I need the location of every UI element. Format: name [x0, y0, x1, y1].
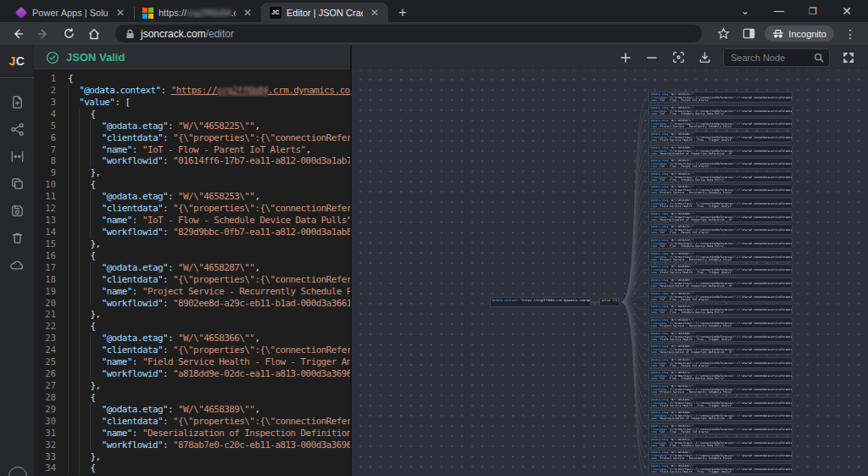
code-line: 19"name": "Project Service - Recurrently… — [34, 286, 350, 298]
graph-node[interactable]: @odata.etag "W/\"4658225\""clientdata "{… — [648, 291, 793, 302]
account-icon[interactable] — [8, 467, 27, 476]
line-number: 3 — [34, 97, 68, 109]
graph-node[interactable]: @odata.etag "W/\"4658287\""clientdata "{… — [648, 118, 793, 129]
code-line: 8"workflowid": "01614ff6-17b7-ea11-a812-… — [34, 155, 350, 167]
tab-powerapps[interactable]: Power Apps | Solutions - AretiSol ✕ — [7, 3, 134, 22]
new-tab-button[interactable]: + — [392, 3, 414, 22]
code-line: 30"clientdata": "{\"properties\":{\"conn… — [34, 416, 350, 428]
graph-node[interactable]: @odata.etag "W/\"4658253\""clientdata "{… — [648, 238, 793, 249]
trash-icon[interactable] — [0, 224, 34, 251]
zoom-in-icon[interactable] — [618, 50, 633, 65]
graph-node[interactable]: @odata.etag "W/\"4658389\""clientdata "{… — [648, 344, 793, 355]
graph-node[interactable]: @odata.etag "W/\"4658225\""clientdata "{… — [648, 158, 793, 169]
browser-toolbar: jsoncrack.com /editor Incognito ⋮ — [0, 22, 868, 45]
graph-node[interactable]: @odata.etag "W/\"4658287\""clientdata "{… — [648, 251, 793, 262]
forward-icon[interactable] — [34, 25, 53, 43]
code-line: 25"name": "Field Service Health - Flow -… — [34, 356, 350, 368]
side-panel-icon[interactable] — [739, 25, 758, 43]
jsoncrack-logo[interactable]: JC — [0, 45, 34, 78]
download-image-icon[interactable] — [697, 50, 712, 65]
line-number: 27 — [34, 380, 68, 392]
reload-icon[interactable] — [59, 25, 78, 43]
copy-icon[interactable] — [0, 170, 34, 197]
code-line: 27}, — [34, 380, 350, 392]
tab-close-icon[interactable]: ✕ — [368, 7, 381, 19]
graph-canvas[interactable]: @odata.context: "https://org2ff6b84.crm.… — [352, 70, 868, 476]
search-icon — [814, 53, 824, 63]
restore-button[interactable]: ❐ — [802, 6, 824, 17]
json-valid-label: JSON Valid — [66, 51, 125, 64]
code-line: 31"name": "Deserialization of Inspection… — [34, 428, 350, 440]
graph-node[interactable]: @odata.etag "W/\"4658287\""clientdata "{… — [648, 450, 793, 461]
graph-node[interactable]: @odata.etag "W/\"4658253\""clientdata "{… — [648, 171, 793, 182]
array-node[interactable]: value (39) — [599, 298, 620, 306]
microsoft-icon — [142, 8, 153, 19]
center-view-icon[interactable] — [670, 50, 686, 65]
graph-node[interactable]: @odata.etag "W/\"4658225\""clientdata "{… — [648, 423, 793, 434]
graph-node[interactable]: @odata.etag "W/\"4658366\""clientdata "{… — [648, 331, 793, 342]
tab-jsoncrack[interactable]: JC Editor | JSON Crack ✕ — [261, 3, 388, 22]
graph-node[interactable]: @odata.etag "W/\"4658287\""clientdata "{… — [648, 384, 793, 395]
graph-node[interactable]: @odata.etag "W/\"4658389\""clientdata "{… — [648, 277, 793, 288]
home-icon[interactable] — [85, 25, 103, 43]
tab-search-chevron-icon[interactable]: ⌄ — [734, 5, 756, 17]
graph-node[interactable]: @odata.etag "W/\"4658366\""clientdata "{… — [648, 463, 793, 474]
code-line: 14"workflowid": "829d9bbc-0fb7-ea11-a812… — [34, 227, 350, 238]
tab-title: https://org2ff6b84.crm.dynamic — [159, 8, 236, 18]
minimize-button[interactable]: — — [768, 5, 790, 17]
zoom-out-icon[interactable] — [644, 50, 659, 65]
graph-node[interactable]: @odata.etag "W/\"4658253\""clientdata "{… — [648, 437, 793, 448]
tab-close-icon[interactable]: ✕ — [241, 7, 254, 19]
search-node-input[interactable] — [729, 52, 810, 64]
tab-dynamics[interactable]: https://org2ff6b84.crm.dynamic ✕ — [134, 3, 261, 22]
back-icon[interactable] — [8, 25, 27, 43]
graph-node[interactable]: @odata.etag "W/\"4658225\""clientdata "{… — [648, 92, 793, 103]
cloud-icon[interactable] — [0, 251, 34, 278]
check-circle-icon — [46, 51, 59, 64]
graph-node[interactable]: @odata.etag "W/\"4658287\""clientdata "{… — [648, 317, 793, 328]
graph-node[interactable]: @odata.etag "W/\"4658253\""clientdata "{… — [648, 105, 793, 116]
graph-node[interactable]: @odata.etag "W/\"4658253\""clientdata "{… — [648, 370, 793, 381]
json-editor-pane[interactable]: 1{2"@odata.context": "https://org2ff6b84… — [34, 70, 350, 476]
jsoncrack-app: JC JSON Valid — [0, 45, 868, 476]
graph-node[interactable]: @odata.etag "W/\"4658225\""clientdata "{… — [648, 224, 793, 235]
address-bar[interactable]: jsoncrack.com /editor — [115, 25, 702, 42]
close-window-button[interactable]: ✕ — [836, 4, 858, 18]
code-line: 34{ — [34, 462, 350, 474]
bookmark-star-icon[interactable] — [714, 25, 732, 43]
code-line: 4{ — [34, 109, 350, 120]
line-number: 20 — [34, 298, 68, 310]
line-number: 30 — [34, 416, 68, 428]
code-line: 17"@odata.etag": "W/\"4658287\"", — [34, 262, 350, 274]
collapse-width-icon[interactable] — [0, 143, 34, 170]
graph-view-icon[interactable] — [0, 115, 34, 143]
tab-close-icon[interactable]: ✕ — [114, 7, 127, 19]
code-line: 22{ — [34, 321, 350, 333]
save-icon[interactable] — [0, 197, 34, 224]
line-number: 11 — [34, 191, 68, 203]
code-line: 9}, — [34, 167, 350, 179]
graph-node[interactable]: @odata.etag "W/\"4658366\""clientdata "{… — [648, 397, 793, 408]
code-line: 29"@odata.etag": "W/\"4658389\"", — [34, 404, 350, 416]
code-line: 2"@odata.context": "https://org2ff6b84.c… — [34, 85, 350, 97]
graph-node[interactable]: @odata.etag "W/\"4658366\""clientdata "{… — [648, 132, 793, 143]
graph-node[interactable]: @odata.etag "W/\"4658366\""clientdata "{… — [648, 264, 793, 275]
graph-node[interactable]: @odata.etag "W/\"4658287\""clientdata "{… — [648, 184, 793, 195]
graph-node[interactable]: @odata.etag "W/\"4658389\""clientdata "{… — [648, 145, 793, 156]
code-line: 28{ — [34, 392, 350, 404]
code-line: 12"clientdata": "{\"properties\":{\"conn… — [34, 203, 350, 215]
lock-icon — [125, 29, 135, 39]
menu-dots-icon[interactable]: ⋮ — [841, 25, 860, 43]
graph-node[interactable]: @odata.etag "W/\"4658253\""clientdata "{… — [648, 304, 793, 315]
line-number: 14 — [34, 227, 68, 238]
root-node[interactable]: @odata.context: "https://org2ff6b84.crm.… — [490, 297, 591, 307]
line-number: 4 — [34, 109, 68, 120]
graph-node[interactable]: @odata.etag "W/\"4658389\""clientdata "{… — [648, 410, 793, 421]
fullscreen-icon[interactable] — [841, 50, 856, 65]
code-line: 24"clientdata": "{\"properties\":{\"conn… — [34, 344, 350, 356]
new-document-icon[interactable] — [0, 88, 34, 115]
graph-node[interactable]: @odata.etag "W/\"4658366\""clientdata "{… — [648, 198, 793, 209]
code-line: 32"workflowid": "878ab7e0-c20c-eb11-a813… — [34, 440, 350, 451]
graph-node[interactable]: @odata.etag "W/\"4658389\""clientdata "{… — [648, 211, 793, 222]
graph-node[interactable]: @odata.etag "W/\"4658225\""clientdata "{… — [648, 357, 793, 368]
